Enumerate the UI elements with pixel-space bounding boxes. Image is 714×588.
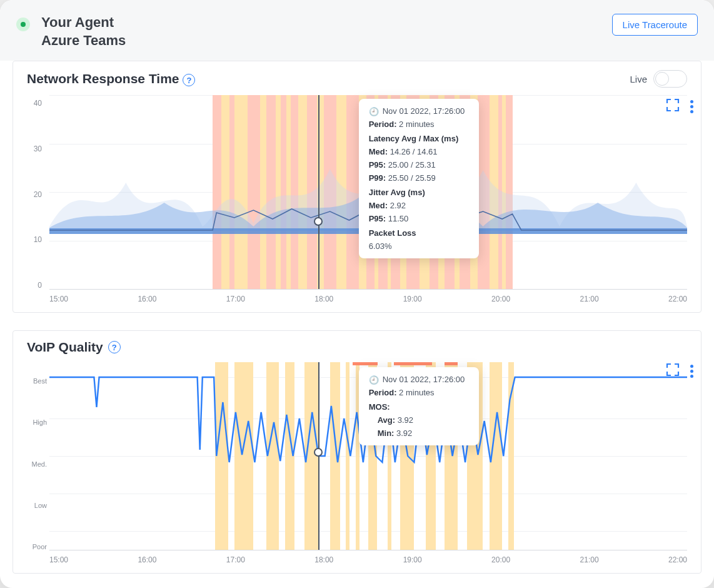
clock-icon: 🕘	[369, 108, 379, 116]
header-bar: Your Agent Azure Teams Live Traceroute	[0, 0, 714, 61]
chart1-cursor	[318, 95, 319, 289]
chart1-cursor-dot	[314, 217, 323, 226]
network-response-card: Network Response Time ? Live 403020100	[13, 61, 701, 313]
expand-icon[interactable]	[665, 362, 680, 380]
chart1-title: Network Response Time	[27, 71, 179, 86]
dashboard-window: Your Agent Azure Teams Live Traceroute N…	[0, 0, 714, 588]
chart2-x-axis: 15:0016:0017:0018:0019:0020:0021:0022:00	[49, 555, 687, 564]
chart1-y-axis: 403020100	[27, 99, 42, 290]
more-menu-icon[interactable]	[690, 365, 693, 378]
help-icon[interactable]: ?	[183, 74, 195, 86]
status-indicator	[16, 18, 30, 31]
live-traceroute-button[interactable]: Live Traceroute	[612, 14, 698, 36]
chart1-x-axis: 15:0016:0017:0018:0019:0020:0021:0022:00	[49, 295, 687, 303]
chart2-plot[interactable]: 🕘Nov 01 2022, 17:26:00 Period: 2 minutes…	[49, 362, 687, 550]
chart1-tooltip: 🕘Nov 01 2022, 17:26:00 Period: 2 minutes…	[359, 99, 479, 258]
more-menu-icon[interactable]	[690, 100, 693, 113]
live-toggle[interactable]	[653, 70, 687, 88]
clock-icon: 🕘	[369, 376, 379, 384]
voip-quality-card: VoIP Quality ? BestHighMed.LowPoor	[13, 330, 701, 574]
help-icon[interactable]: ?	[108, 341, 121, 353]
chart2-title: VoIP Quality	[27, 340, 103, 355]
chart2-cursor-dot	[314, 448, 323, 457]
chart2-tooltip: 🕘Nov 01 2022, 17:26:00 Period: 2 minutes…	[359, 367, 479, 445]
live-label: Live	[630, 74, 647, 84]
chart2-y-axis: BestHighMed.LowPoor	[27, 366, 47, 550]
chart1-plot[interactable]: 🕘Nov 01 2022, 17:26:00 Period: 2 minutes…	[49, 95, 687, 290]
expand-icon[interactable]	[665, 98, 680, 115]
page-title: Your Agent	[41, 14, 126, 32]
page-subtitle: Azure Teams	[41, 32, 126, 50]
